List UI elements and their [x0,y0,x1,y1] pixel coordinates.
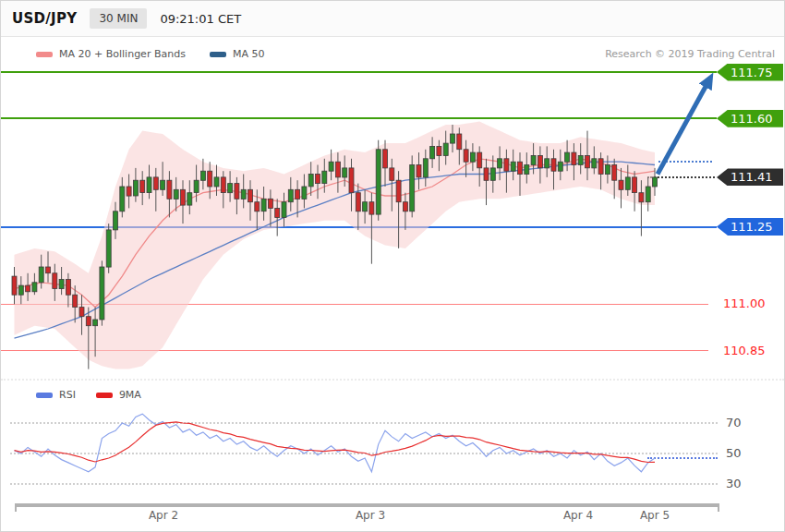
candle-down [619,180,623,189]
candle-down [127,187,131,196]
candle-down [221,177,225,193]
candle-up [228,184,233,193]
candle-down [417,165,421,177]
price-legend: MA 20 + Bollinger Bands MA 50 [36,48,264,60]
candle-up [32,283,37,292]
candle-down [396,180,401,202]
candle-up [451,134,455,143]
price-badge-111.41: 111.41 [717,168,783,186]
price-label-111.00: 111.00 [723,296,766,310]
candle-up [363,202,368,212]
price-badge-111.60: 111.60 [717,110,783,127]
candle-up [100,267,104,320]
candle-up [114,212,118,230]
candle-up [39,267,43,283]
rsi-line [15,414,656,472]
candle-up [525,165,529,175]
candle-up [59,280,64,289]
candle-down [73,295,78,307]
candle-up [423,159,428,177]
candle-up [241,189,246,199]
legend-item-bollinger: MA 20 + Bollinger Bands [36,48,186,60]
candle-up [18,285,23,295]
candle-down [633,177,637,193]
candle-up [646,187,650,202]
candle-up [490,168,495,180]
candle-down [46,267,51,273]
candle-up [302,187,307,199]
attribution-text: Research © 2019 Trading Central [605,48,775,60]
candle-up [106,230,111,267]
candle-down [551,159,556,171]
rsi-axis-label-70: 70 [726,416,742,429]
header: USD/JPY 30 MIN 09:21:01 CET [1,1,784,37]
candle-down [66,280,70,296]
candle-down [390,168,394,180]
candle-down [167,180,172,199]
rsi-9ma-line [15,422,656,463]
candle-up [498,159,502,168]
candle-down [349,168,354,193]
candle-down [248,189,253,201]
scrollbar-end-tick-0 [15,503,17,512]
legend-label-ma50: MA 50 [233,48,265,60]
rsi-axis-label-50: 50 [726,446,742,460]
candle-down [12,276,17,295]
scrollbar-end-tick-1 [718,503,719,512]
price-badge-111.75: 111.75 [717,64,783,81]
candle-up [410,165,415,212]
candle-down [403,202,407,212]
candle-down [86,317,91,326]
time-scrollbar[interactable] [15,503,719,507]
candle-down [504,159,509,171]
candle-down [255,202,260,212]
candle-down [208,171,212,187]
candle-up [133,180,138,196]
candle-up [93,320,98,326]
candle-down [53,273,57,289]
candle-down [537,155,542,167]
candle-down [235,184,239,200]
candle-up [653,177,658,187]
candle-up [578,155,583,164]
candle-up [308,175,313,187]
candle-up [565,152,570,162]
candle-up [558,162,562,171]
candle-down [586,155,590,167]
legend-item-ma50: MA 50 [210,48,265,60]
rsi-axis-label-30: 30 [726,477,742,490]
candle-down [437,146,441,155]
candle-up [625,177,630,189]
candle-down [572,152,576,164]
bollinger-swatch-icon [36,52,53,57]
candle-down [369,202,374,214]
candle-down [383,150,388,168]
candle-up [511,162,515,171]
candle-up [322,171,327,183]
candle-up [343,168,347,177]
candle-down [457,134,462,150]
price-badge-111.25: 111.25 [717,218,783,236]
chart-widget: USD/JPY 30 MIN 09:21:01 CET MA 20 + Boll… [0,0,785,532]
candle-down [356,193,360,212]
candle-down [296,189,300,199]
candle-up [443,143,448,155]
time-axis-label-apr-5: Apr 5 [640,509,670,522]
clock-time: 09:21:01 CET [160,12,241,26]
candle-down [598,159,603,175]
candle-down [153,177,158,189]
candle-down [140,180,145,192]
candle-down [26,285,30,292]
candle-down [181,189,186,205]
candle-up [329,162,333,171]
candle-down [316,175,320,184]
timeframe-badge[interactable]: 30 MIN [90,8,147,29]
candle-up [531,155,536,164]
legend-label-bollinger: MA 20 + Bollinger Bands [59,48,186,60]
candle-down [79,308,84,317]
symbol-title: USD/JPY [12,10,77,27]
candle-down [268,199,272,208]
price-label-110.85: 110.85 [723,344,766,357]
candle-up [194,180,199,192]
candle-up [147,177,151,193]
